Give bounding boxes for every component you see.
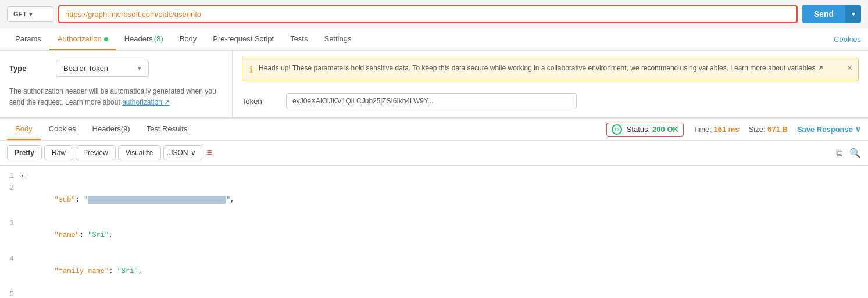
- type-arrow: ▾: [138, 64, 141, 72]
- copy-icon[interactable]: ⧉: [836, 148, 842, 158]
- response-tab-body[interactable]: Body: [7, 119, 41, 140]
- cookies-link[interactable]: Cookies: [834, 35, 861, 44]
- main-content: Type Bearer Token ▾ The authorization he…: [0, 51, 868, 118]
- auth-left-panel: Type Bearer Token ▾ The authorization he…: [0, 51, 233, 117]
- save-response-button[interactable]: Save Response ∨: [797, 125, 861, 134]
- search-icon[interactable]: 🔍: [849, 148, 861, 159]
- status-icon: ⊙: [612, 124, 622, 135]
- time-label: Time: 161 ms: [693, 125, 740, 134]
- pretty-button[interactable]: Pretty: [7, 145, 42, 160]
- tab-body[interactable]: Body: [172, 28, 205, 50]
- auth-description: The authorization header will be automat…: [9, 86, 223, 108]
- tab-headers[interactable]: Headers(8): [116, 28, 172, 50]
- status-code: 200 OK: [652, 125, 678, 134]
- filter-icon[interactable]: ≡: [207, 148, 212, 158]
- auth-right-panel: ℹ Heads up! These parameters hold sensit…: [233, 51, 868, 117]
- alert-text: Heads up! These parameters hold sensitiv…: [259, 64, 823, 72]
- status-badge: ⊙ Status: 200 OK: [606, 123, 684, 137]
- code-line-5: 5 "given_name": "Devi",: [0, 289, 868, 298]
- method-select[interactable]: GET ▾: [7, 6, 53, 22]
- preview-button[interactable]: Preview: [76, 145, 116, 160]
- token-input[interactable]: [286, 93, 577, 109]
- code-line-3: 3 "name": "Sri",: [0, 218, 868, 253]
- code-line-4: 4 "family_name": "Sri",: [0, 253, 868, 289]
- method-arrow: ▾: [29, 10, 33, 18]
- alert-banner: ℹ Heads up! These parameters hold sensit…: [242, 58, 859, 81]
- authorization-link[interactable]: authorization ↗: [122, 98, 170, 106]
- nav-tabs: Params Authorization Headers(8) Body Pre…: [0, 28, 868, 51]
- response-headers-label: Headers: [92, 124, 121, 133]
- json-format-select[interactable]: JSON ∨: [163, 145, 202, 160]
- send-button-group: Send ▾: [802, 5, 861, 23]
- response-tab-headers[interactable]: Headers(9): [84, 119, 138, 140]
- tab-tests[interactable]: Tests: [282, 28, 316, 50]
- url-input[interactable]: [58, 5, 798, 23]
- visualize-button[interactable]: Visualize: [118, 145, 161, 160]
- type-row: Type Bearer Token ▾: [9, 60, 223, 77]
- variables-link[interactable]: variables ↗: [787, 64, 823, 72]
- send-dropdown-button[interactable]: ▾: [845, 5, 861, 23]
- method-label: GET: [13, 10, 27, 17]
- json-label: JSON: [170, 149, 188, 157]
- raw-button[interactable]: Raw: [44, 145, 73, 160]
- tab-authorization[interactable]: Authorization: [49, 28, 116, 50]
- tab-headers-count: (8): [154, 34, 163, 43]
- response-tabs: Body Cookies Headers(9) Test Results ⊙ S…: [0, 119, 868, 141]
- format-bar: Pretty Raw Preview Visualize JSON ∨ ≡ ⧉ …: [0, 141, 868, 166]
- authorization-dot: [104, 37, 108, 41]
- tab-headers-label: Headers: [124, 34, 153, 43]
- type-select[interactable]: Bearer Token ▾: [56, 60, 149, 77]
- code-area: 1 { 2 "sub": " ", 3 "name": "Sri", 4 "fa: [0, 166, 868, 298]
- top-bar: GET ▾ Send ▾: [0, 0, 868, 28]
- token-label: Token: [242, 97, 277, 106]
- code-line-1: 1 {: [0, 170, 868, 182]
- tab-settings[interactable]: Settings: [316, 28, 359, 50]
- response-status-area: ⊙ Status: 200 OK Time: 161 ms Size: 671 …: [606, 123, 861, 137]
- info-icon: ℹ: [249, 64, 253, 75]
- size-label: Size: 671 B: [749, 125, 788, 134]
- type-value: Bearer Token: [63, 64, 108, 73]
- alert-close-button[interactable]: ×: [847, 63, 852, 73]
- status-label: Status:: [627, 125, 650, 134]
- code-line-2: 2 "sub": " ",: [0, 182, 868, 218]
- send-button[interactable]: Send: [802, 5, 845, 23]
- token-row: Token: [242, 93, 859, 109]
- type-label: Type: [9, 64, 56, 73]
- response-tab-cookies[interactable]: Cookies: [41, 119, 84, 140]
- json-arrow: ∨: [191, 149, 196, 157]
- tab-prerequest[interactable]: Pre-request Script: [205, 28, 282, 50]
- tab-authorization-label: Authorization: [58, 34, 102, 43]
- redacted-sub: [88, 196, 226, 204]
- response-section: Body Cookies Headers(9) Test Results ⊙ S…: [0, 118, 868, 298]
- response-headers-count: (9): [121, 124, 130, 133]
- tab-params[interactable]: Params: [7, 28, 49, 50]
- response-tab-test-results[interactable]: Test Results: [138, 119, 196, 140]
